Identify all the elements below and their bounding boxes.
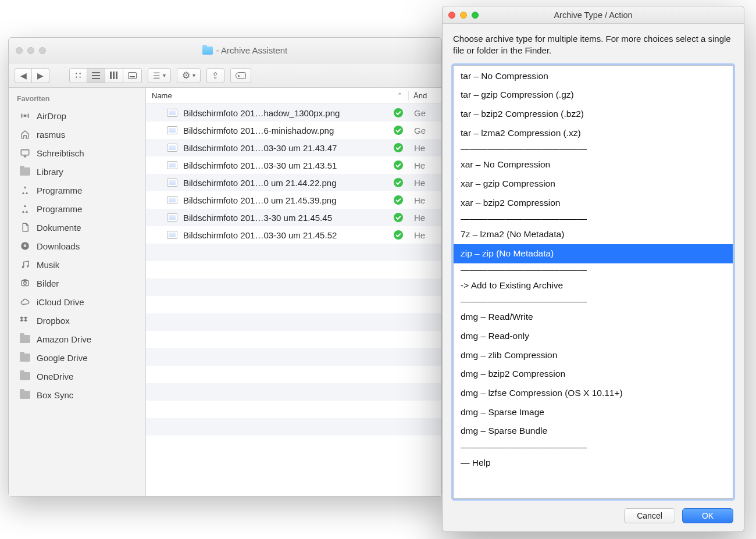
sidebar-item-airdrop[interactable]: AirDrop (9, 106, 145, 125)
sidebar-item-programme[interactable]: Programme (9, 199, 145, 218)
sidebar-item-label: Library (37, 167, 63, 177)
archive-option[interactable]: dmg – Sparse Bundle (454, 422, 733, 441)
sidebar-item-google-drive[interactable]: Google Drive (9, 348, 145, 367)
nav-buttons: ◀ ▶ (15, 68, 49, 83)
dialog-title: Archive Type / Action (554, 10, 632, 20)
sidebar-item-label: Downloads (37, 241, 80, 251)
file-icon (167, 161, 177, 169)
archive-option[interactable]: xar – bzip2 Compression (454, 194, 733, 213)
list-separator: —————————————— (454, 441, 733, 454)
file-row[interactable]: Bildschirmfoto 201…3-30 um 21.45.45He (146, 209, 441, 226)
file-row[interactable]: Bildschirmfoto 201…0 um 21.45.39.pngHe (146, 191, 441, 209)
sidebar-item-dokumente[interactable]: Dokumente (9, 218, 145, 237)
sidebar-item-programme[interactable]: Programme (9, 181, 145, 199)
zoom-dot[interactable] (472, 12, 479, 19)
sidebar-item-rasmus[interactable]: rasmus (9, 125, 145, 144)
music-icon (19, 259, 31, 270)
empty-row (146, 383, 441, 401)
archive-option[interactable]: dmg – bzip2 Compression (454, 365, 733, 384)
sidebar-item-library[interactable]: Library (9, 162, 145, 181)
folder-icon (202, 47, 213, 55)
cancel-button[interactable]: Cancel (624, 508, 675, 523)
file-row[interactable]: Bildschirmfoto 201…03-30 um 21.43.51He (146, 156, 441, 174)
archive-option[interactable]: -> Add to Existing Archive (454, 276, 733, 295)
archive-option[interactable]: dmg – Read-only (454, 327, 733, 346)
zoom-dot[interactable] (39, 47, 46, 54)
dialog-titlebar[interactable]: Archive Type / Action (443, 6, 744, 24)
close-dot[interactable] (448, 12, 455, 19)
finder-window: - Archive Assistent ◀ ▶ ☰▾ ⚙▾ ⇪ Favorite… (8, 37, 442, 497)
file-icon (167, 144, 177, 152)
file-row[interactable]: Bildschirmfoto 201…03-30 um 21.43.47He (146, 139, 441, 156)
columns-icon (110, 72, 118, 79)
empty-row (146, 366, 441, 383)
gear-icon: ⚙ (182, 70, 190, 81)
archive-option[interactable]: dmg – zlib Compression (454, 346, 733, 365)
archive-option[interactable]: tar – No Compression (454, 67, 733, 86)
file-name: Bildschirmfoto 201…3-30 um 21.45.45 (183, 213, 388, 223)
sidebar-item-amazon-drive[interactable]: Amazon Drive (9, 330, 145, 348)
sidebar-item-label: Box Sync (37, 390, 73, 400)
sidebar-item-bilder[interactable]: Bilder (9, 274, 145, 292)
archive-option[interactable]: dmg – Sparse Image (454, 403, 733, 422)
archive-option[interactable]: tar – lzma2 Compression (.xz) (454, 124, 733, 143)
archive-option[interactable]: dmg – Read/Write (454, 308, 733, 327)
file-modified: Ge (409, 126, 441, 135)
action-button[interactable]: ⚙▾ (177, 68, 201, 83)
forward-button[interactable]: ▶ (32, 68, 49, 83)
sidebar-item-label: Google Drive (37, 353, 88, 363)
archive-option[interactable]: 7z – lzma2 (No Metadata) (454, 225, 733, 244)
file-list[interactable]: Bildschirmfoto 201…hadow_1300px.pngGeBil… (146, 104, 441, 496)
view-list-button[interactable] (87, 68, 105, 83)
file-row[interactable]: Bildschirmfoto 201…6-minishadow.pngGe (146, 122, 441, 139)
view-cover-button[interactable] (123, 68, 142, 83)
view-icon-button[interactable] (69, 68, 87, 83)
archive-type-list[interactable]: tar – No Compressiontar – gzip Compressi… (453, 65, 733, 499)
tags-button[interactable] (230, 68, 251, 83)
sidebar-item-schreibtisch[interactable]: Schreibtisch (9, 144, 145, 162)
archive-option[interactable]: zip – zip (No Metadata) (454, 244, 733, 263)
arrange-button[interactable]: ☰▾ (148, 68, 171, 83)
file-name: Bildschirmfoto 201…03-30 um 21.43.51 (183, 160, 388, 170)
list-separator: —————————————— (454, 142, 733, 155)
file-name: Bildschirmfoto 201…0 um 21.44.22.png (183, 178, 388, 188)
file-row[interactable]: Bildschirmfoto 201…hadow_1300px.pngGe (146, 104, 441, 122)
share-icon: ⇪ (212, 70, 219, 81)
archive-option[interactable]: xar – No Compression (454, 155, 733, 174)
archive-option[interactable]: tar – bzip2 Compression (.bz2) (454, 105, 733, 124)
sidebar-item-dropbox[interactable]: Dropbox (9, 311, 145, 330)
finder-title-text: - Archive Assistent (216, 45, 288, 55)
sidebar-item-musik[interactable]: Musik (9, 255, 145, 274)
archive-option[interactable]: tar – gzip Compression (.gz) (454, 85, 733, 105)
empty-row (146, 261, 441, 279)
finder-titlebar[interactable]: - Archive Assistent (9, 38, 441, 63)
downloads-icon (19, 240, 31, 252)
file-row[interactable]: Bildschirmfoto 201…0 um 21.44.22.pngHe (146, 174, 441, 191)
list-icon (92, 72, 100, 79)
sidebar-item-label: Programme (37, 204, 82, 214)
sidebar-item-icloud-drive[interactable]: iCloud Drive (9, 292, 145, 311)
file-row[interactable]: Bildschirmfoto 201…03-30 um 21.45.52He (146, 226, 441, 244)
minimize-dot[interactable] (460, 12, 467, 19)
archive-option[interactable]: — Help (454, 454, 733, 473)
sidebar-item-onedrive[interactable]: OneDrive (9, 367, 145, 385)
sidebar-item-label: Musik (37, 260, 59, 270)
sidebar-item-label: Bilder (37, 279, 59, 288)
sidebar-item-label: Programme (37, 185, 82, 195)
sidebar-item-box-sync[interactable]: Box Sync (9, 385, 145, 404)
close-dot[interactable] (16, 47, 23, 54)
share-button[interactable]: ⇪ (206, 68, 224, 83)
column-name-header[interactable]: Name ⌃ (146, 91, 409, 100)
minimize-dot[interactable] (27, 47, 34, 54)
file-icon (167, 196, 177, 204)
ok-button[interactable]: OK (682, 508, 733, 523)
back-button[interactable]: ◀ (15, 68, 32, 83)
archive-option[interactable]: dmg – lzfse Compression (OS X 10.11+) (454, 384, 733, 403)
view-column-button[interactable] (105, 68, 123, 83)
column-mod-header[interactable]: Änd (409, 91, 441, 100)
sidebar-item-label: Amazon Drive (37, 334, 91, 344)
archive-option[interactable]: xar – gzip Compression (454, 174, 733, 194)
folder-icon (19, 352, 31, 363)
sidebar-item-downloads[interactable]: Downloads (9, 237, 145, 255)
arrange-icon: ☰ (153, 71, 161, 80)
